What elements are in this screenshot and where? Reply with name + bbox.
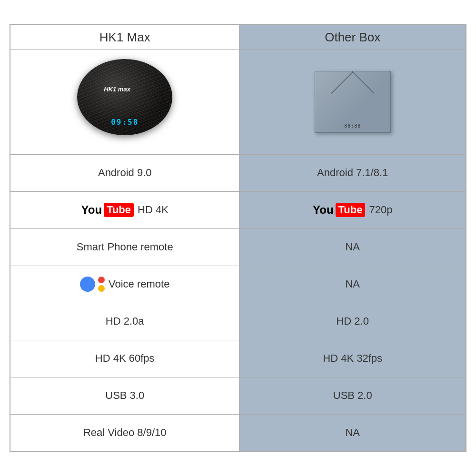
- android-hk1-cell: Android 9.0: [10, 154, 239, 191]
- ga-blue-circle: [80, 277, 95, 292]
- hk1-display: 09:58: [111, 118, 139, 127]
- hk1-image-cell: HK1 max 09:58: [10, 50, 239, 154]
- other-image-cell: 88:88: [239, 50, 466, 154]
- hk1-label: HK1 max: [104, 86, 130, 93]
- ga-dots: [98, 277, 105, 292]
- yt-text-other: 720p: [369, 204, 392, 216]
- smartphone-other-cell: NA: [239, 228, 466, 266]
- voice-hk1-cell: Voice remote: [10, 266, 239, 303]
- hd4k-hk1-cell: HD 4K 60fps: [10, 340, 239, 377]
- ga-yellow-dot: [98, 285, 105, 292]
- voice-content: Voice remote: [20, 277, 229, 292]
- voice-label: Voice remote: [109, 278, 169, 290]
- youtube-hk1-cell: YouTube HD 4K: [10, 191, 239, 228]
- hd20-other-cell: HD 2.0: [239, 303, 466, 340]
- realvideo-other-cell: NA: [239, 414, 466, 451]
- youtube-other-badge: YouTube 720p: [313, 203, 392, 217]
- hk1-device: HK1 max 09:58: [77, 59, 172, 145]
- header-other: Other Box: [239, 25, 466, 50]
- header-hk1: HK1 Max: [10, 25, 239, 50]
- comparison-table: HK1 Max Other Box HK1 max 09:58 88:88: [10, 24, 466, 452]
- smartphone-hk1-cell: Smart Phone remote: [10, 228, 239, 266]
- yt-you-hk1: You: [81, 203, 102, 217]
- ga-red-dot: [98, 277, 105, 283]
- youtube-other-cell: YouTube 720p: [239, 191, 466, 228]
- hd20-hk1-cell: HD 2.0a: [10, 303, 239, 340]
- other-device: 88:88: [305, 64, 400, 140]
- yt-tube-other: Tube: [336, 203, 366, 217]
- google-assistant-icon: [80, 277, 105, 292]
- android-other-cell: Android 7.1/8.1: [239, 154, 466, 191]
- usb-other-cell: USB 2.0: [239, 377, 466, 414]
- usb-hk1-cell: USB 3.0: [10, 377, 239, 414]
- voice-other-cell: NA: [239, 266, 466, 303]
- realvideo-hk1-cell: Real Video 8/9/10: [10, 414, 239, 451]
- hd4k-other-cell: HD 4K 32fps: [239, 340, 466, 377]
- yt-text-hk1: HD 4K: [138, 204, 169, 216]
- yt-tube-hk1: Tube: [104, 203, 134, 217]
- youtube-hk1-badge: YouTube HD 4K: [81, 203, 169, 217]
- yt-you-other: You: [313, 203, 334, 217]
- box-display: 88:88: [344, 123, 361, 129]
